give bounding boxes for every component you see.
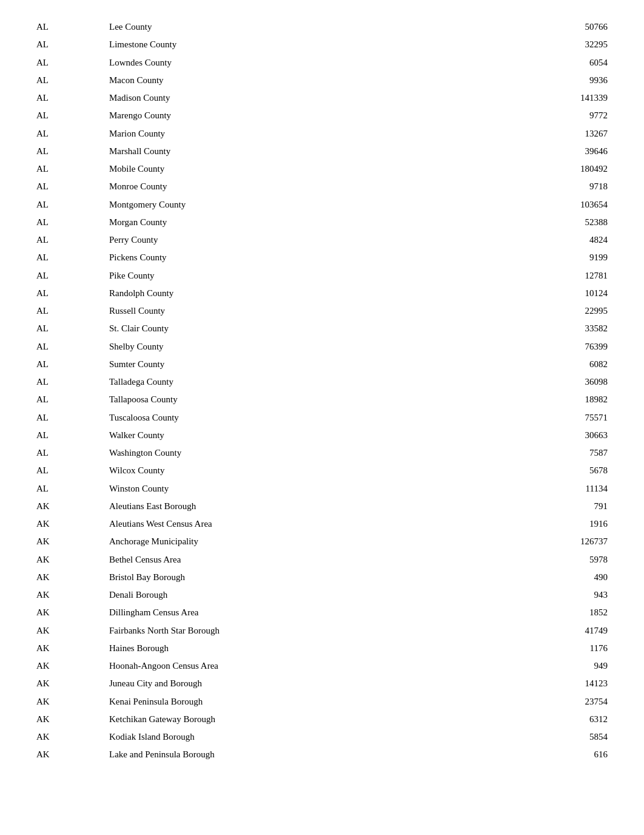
region-name: Washington County — [109, 446, 535, 460]
region-name: Winston County — [109, 482, 535, 496]
table-row: AKBristol Bay Borough490 — [36, 569, 608, 586]
state-code: AL — [36, 162, 109, 176]
table-row: ALMarion County13267 — [36, 125, 608, 143]
region-name: Marengo County — [109, 109, 535, 123]
state-code: AL — [36, 56, 109, 70]
state-code: AK — [36, 641, 109, 655]
table-row: AKLake and Peninsula Borough616 — [36, 746, 608, 763]
state-code: AK — [36, 712, 109, 726]
table-row: ALSt. Clair County33582 — [36, 320, 608, 337]
table-row: ALMacon County9936 — [36, 72, 608, 89]
region-name: Bristol Bay Borough — [109, 570, 535, 584]
region-name: Morgan County — [109, 215, 535, 229]
table-row: AKKodiak Island Borough5854 — [36, 728, 608, 746]
region-name: Marshall County — [109, 144, 535, 158]
state-code: AK — [36, 695, 109, 709]
region-name: Talladega County — [109, 375, 535, 389]
region-value: 490 — [535, 570, 608, 584]
table-row: AKHoonah-Angoon Census Area949 — [36, 657, 608, 675]
table-row: AKAnchorage Municipality126737 — [36, 533, 608, 550]
region-value: 5978 — [535, 553, 608, 567]
table-row: ALMontgomery County103654 — [36, 196, 608, 214]
region-value: 141339 — [535, 91, 608, 105]
region-name: Tallapoosa County — [109, 393, 535, 407]
state-code: AL — [36, 357, 109, 371]
table-row: AKAleutians East Borough791 — [36, 498, 608, 515]
region-value: 5854 — [535, 730, 608, 744]
region-name: Russell County — [109, 304, 535, 318]
table-row: AKAleutians West Census Area1916 — [36, 515, 608, 533]
region-name: Kenai Peninsula Borough — [109, 695, 535, 709]
region-value: 33582 — [535, 322, 608, 336]
region-value: 76399 — [535, 340, 608, 354]
region-value: 22995 — [535, 304, 608, 318]
region-value: 41749 — [535, 624, 608, 638]
region-value: 791 — [535, 499, 608, 513]
table-row: ALPerry County4824 — [36, 231, 608, 249]
table-row: ALMarengo County9772 — [36, 107, 608, 124]
state-code: AL — [36, 446, 109, 460]
table-row: ALShelby County76399 — [36, 338, 608, 356]
region-value: 30663 — [535, 428, 608, 442]
state-code: AK — [36, 748, 109, 762]
state-code: AK — [36, 517, 109, 531]
region-value: 6054 — [535, 56, 608, 70]
table-row: ALTuscaloosa County75571 — [36, 409, 608, 427]
region-name: Randolph County — [109, 286, 535, 300]
region-name: Walker County — [109, 428, 535, 442]
region-value: 9718 — [535, 180, 608, 194]
region-name: Tuscaloosa County — [109, 411, 535, 425]
state-code: AK — [36, 677, 109, 691]
region-value: 943 — [535, 588, 608, 602]
table-row: ALLee County50766 — [36, 18, 608, 36]
state-code: AL — [36, 464, 109, 478]
region-value: 949 — [535, 659, 608, 673]
table-row: AKDenali Borough943 — [36, 586, 608, 604]
state-code: AK — [36, 624, 109, 638]
region-name: Shelby County — [109, 340, 535, 354]
region-value: 4824 — [535, 233, 608, 247]
table-row: AKFairbanks North Star Borough41749 — [36, 622, 608, 640]
region-value: 11134 — [535, 482, 608, 496]
region-name: Anchorage Municipality — [109, 535, 535, 549]
state-code: AL — [36, 215, 109, 229]
region-value: 14123 — [535, 677, 608, 691]
table-row: ALRandolph County10124 — [36, 285, 608, 302]
table-row: ALMarshall County39646 — [36, 143, 608, 160]
table-row: ALSumter County6082 — [36, 356, 608, 373]
state-code: AL — [36, 340, 109, 354]
region-name: Lowndes County — [109, 56, 535, 70]
state-code: AL — [36, 73, 109, 87]
table-row: ALMonroe County9718 — [36, 178, 608, 195]
state-code: AL — [36, 375, 109, 389]
region-value: 103654 — [535, 198, 608, 212]
region-name: Pike County — [109, 269, 535, 283]
region-value: 50766 — [535, 20, 608, 34]
region-value: 18982 — [535, 393, 608, 407]
region-value: 616 — [535, 748, 608, 762]
region-value: 9772 — [535, 109, 608, 123]
state-code: AK — [36, 730, 109, 744]
data-table: ALLee County50766ALLimestone County32295… — [0, 0, 644, 782]
region-name: Montgomery County — [109, 198, 535, 212]
region-value: 9936 — [535, 73, 608, 87]
table-row: AKJuneau City and Borough14123 — [36, 675, 608, 692]
region-value: 6082 — [535, 357, 608, 371]
region-name: Haines Borough — [109, 641, 535, 655]
region-name: Marion County — [109, 127, 535, 141]
region-value: 52388 — [535, 215, 608, 229]
state-code: AK — [36, 499, 109, 513]
region-name: Wilcox County — [109, 464, 535, 478]
table-row: ALPike County12781 — [36, 267, 608, 285]
state-code: AL — [36, 286, 109, 300]
table-row: ALMorgan County52388 — [36, 214, 608, 231]
region-value: 75571 — [535, 411, 608, 425]
state-code: AL — [36, 251, 109, 265]
state-code: AL — [36, 269, 109, 283]
table-row: ALRussell County22995 — [36, 302, 608, 320]
state-code: AK — [36, 553, 109, 567]
table-row: ALTallapoosa County18982 — [36, 391, 608, 408]
table-row: AKKetchikan Gateway Borough6312 — [36, 711, 608, 728]
region-value: 13267 — [535, 127, 608, 141]
table-row: ALMadison County141339 — [36, 89, 608, 107]
